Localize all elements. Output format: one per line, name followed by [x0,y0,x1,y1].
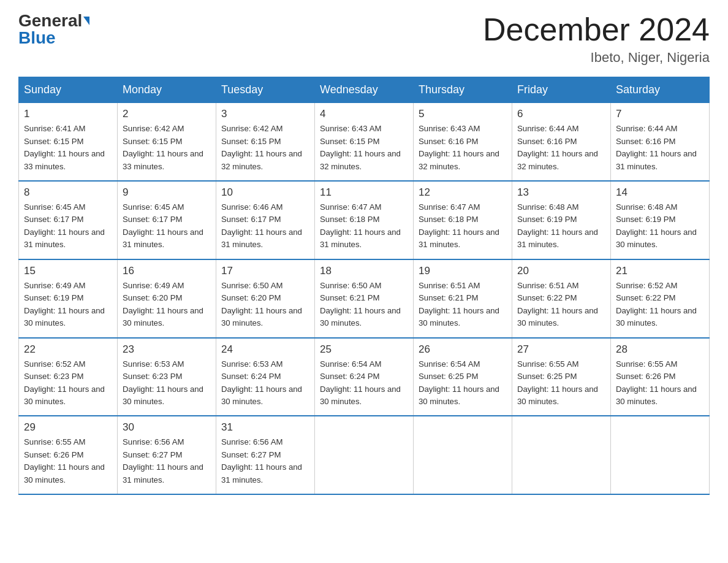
calendar-week-row: 22 Sunrise: 6:52 AM Sunset: 6:23 PM Dayl… [19,338,710,416]
day-number: 5 [419,108,507,120]
calendar-day-cell: 20 Sunrise: 6:51 AM Sunset: 6:22 PM Dayl… [512,259,611,338]
calendar-day-cell: 23 Sunrise: 6:53 AM Sunset: 6:23 PM Dayl… [118,338,216,416]
calendar-table: SundayMondayTuesdayWednesdayThursdayFrid… [18,77,710,495]
day-number: 7 [616,108,704,120]
calendar-week-row: 1 Sunrise: 6:41 AM Sunset: 6:15 PM Dayli… [19,103,710,181]
calendar-day-cell: 29 Sunrise: 6:55 AM Sunset: 6:26 PM Dayl… [19,416,118,494]
day-info: Sunrise: 6:51 AM Sunset: 6:22 PM Dayligh… [517,280,605,330]
day-info: Sunrise: 6:56 AM Sunset: 6:27 PM Dayligh… [123,436,211,486]
day-info: Sunrise: 6:42 AM Sunset: 6:15 PM Dayligh… [221,123,309,173]
day-info: Sunrise: 6:45 AM Sunset: 6:17 PM Dayligh… [24,201,112,251]
calendar-day-cell: 9 Sunrise: 6:45 AM Sunset: 6:17 PM Dayli… [118,181,216,259]
day-info: Sunrise: 6:45 AM Sunset: 6:17 PM Dayligh… [123,201,211,251]
day-number: 29 [24,421,112,434]
day-number: 11 [320,186,408,199]
calendar-day-cell: 15 Sunrise: 6:49 AM Sunset: 6:19 PM Dayl… [19,259,118,338]
day-number: 2 [123,108,211,120]
day-number: 6 [517,108,605,120]
calendar-day-header: Friday [512,77,611,103]
calendar-day-cell: 10 Sunrise: 6:46 AM Sunset: 6:17 PM Dayl… [216,181,315,259]
calendar-day-cell: 19 Sunrise: 6:51 AM Sunset: 6:21 PM Dayl… [414,259,512,338]
day-info: Sunrise: 6:47 AM Sunset: 6:18 PM Dayligh… [419,201,507,251]
calendar-day-cell: 28 Sunrise: 6:55 AM Sunset: 6:26 PM Dayl… [611,338,710,416]
day-number: 18 [320,265,408,277]
calendar-day-cell: 4 Sunrise: 6:43 AM Sunset: 6:15 PM Dayli… [315,103,414,181]
day-number: 26 [419,343,507,356]
day-number: 13 [517,186,605,199]
day-info: Sunrise: 6:52 AM Sunset: 6:23 PM Dayligh… [24,358,112,408]
calendar-day-cell: 8 Sunrise: 6:45 AM Sunset: 6:17 PM Dayli… [19,181,118,259]
calendar-day-cell: 25 Sunrise: 6:54 AM Sunset: 6:24 PM Dayl… [315,338,414,416]
calendar-header-row: SundayMondayTuesdayWednesdayThursdayFrid… [19,77,710,103]
day-number: 1 [24,108,112,120]
logo-blue: Blue [18,29,56,47]
day-info: Sunrise: 6:52 AM Sunset: 6:22 PM Dayligh… [616,280,704,330]
day-number: 24 [221,343,309,356]
day-info: Sunrise: 6:42 AM Sunset: 6:15 PM Dayligh… [123,123,211,173]
calendar-day-cell: 2 Sunrise: 6:42 AM Sunset: 6:15 PM Dayli… [118,103,216,181]
day-number: 16 [123,265,211,277]
calendar-day-cell: 7 Sunrise: 6:44 AM Sunset: 6:16 PM Dayli… [611,103,710,181]
calendar-day-cell [512,416,611,494]
calendar-day-cell [315,416,414,494]
day-info: Sunrise: 6:49 AM Sunset: 6:20 PM Dayligh… [123,280,211,330]
day-info: Sunrise: 6:47 AM Sunset: 6:18 PM Dayligh… [320,201,408,251]
month-title: December 2024 [483,12,710,47]
calendar-day-header: Wednesday [315,77,414,103]
calendar-day-header: Thursday [414,77,512,103]
day-number: 10 [221,186,309,199]
day-number: 27 [517,343,605,356]
day-info: Sunrise: 6:53 AM Sunset: 6:23 PM Dayligh… [123,358,211,408]
calendar-day-cell: 5 Sunrise: 6:43 AM Sunset: 6:16 PM Dayli… [414,103,512,181]
calendar-day-cell: 27 Sunrise: 6:55 AM Sunset: 6:25 PM Dayl… [512,338,611,416]
day-number: 12 [419,186,507,199]
calendar-day-cell: 22 Sunrise: 6:52 AM Sunset: 6:23 PM Dayl… [19,338,118,416]
day-info: Sunrise: 6:55 AM Sunset: 6:25 PM Dayligh… [517,358,605,408]
calendar-day-cell: 16 Sunrise: 6:49 AM Sunset: 6:20 PM Dayl… [118,259,216,338]
day-number: 19 [419,265,507,277]
day-info: Sunrise: 6:54 AM Sunset: 6:24 PM Dayligh… [320,358,408,408]
day-number: 22 [24,343,112,356]
day-info: Sunrise: 6:49 AM Sunset: 6:19 PM Dayligh… [24,280,112,330]
day-number: 17 [221,265,309,277]
day-info: Sunrise: 6:50 AM Sunset: 6:20 PM Dayligh… [221,280,309,330]
day-info: Sunrise: 6:48 AM Sunset: 6:19 PM Dayligh… [616,201,704,251]
calendar-day-cell: 30 Sunrise: 6:56 AM Sunset: 6:27 PM Dayl… [118,416,216,494]
day-number: 8 [24,186,112,199]
title-block: December 2024 Ibeto, Niger, Nigeria [483,12,710,66]
calendar-day-header: Saturday [611,77,710,103]
calendar-day-header: Sunday [19,77,118,103]
day-info: Sunrise: 6:53 AM Sunset: 6:24 PM Dayligh… [221,358,309,408]
day-info: Sunrise: 6:50 AM Sunset: 6:21 PM Dayligh… [320,280,408,330]
day-info: Sunrise: 6:55 AM Sunset: 6:26 PM Dayligh… [24,436,112,486]
day-info: Sunrise: 6:43 AM Sunset: 6:16 PM Dayligh… [419,123,507,173]
calendar-day-cell: 11 Sunrise: 6:47 AM Sunset: 6:18 PM Dayl… [315,181,414,259]
calendar-day-cell: 24 Sunrise: 6:53 AM Sunset: 6:24 PM Dayl… [216,338,315,416]
day-info: Sunrise: 6:51 AM Sunset: 6:21 PM Dayligh… [419,280,507,330]
calendar-day-cell: 31 Sunrise: 6:56 AM Sunset: 6:27 PM Dayl… [216,416,315,494]
day-info: Sunrise: 6:55 AM Sunset: 6:26 PM Dayligh… [616,358,704,408]
day-info: Sunrise: 6:43 AM Sunset: 6:15 PM Dayligh… [320,123,408,173]
calendar-day-cell: 6 Sunrise: 6:44 AM Sunset: 6:16 PM Dayli… [512,103,611,181]
day-number: 23 [123,343,211,356]
day-info: Sunrise: 6:48 AM Sunset: 6:19 PM Dayligh… [517,201,605,251]
day-info: Sunrise: 6:44 AM Sunset: 6:16 PM Dayligh… [517,123,605,173]
calendar-day-cell: 12 Sunrise: 6:47 AM Sunset: 6:18 PM Dayl… [414,181,512,259]
calendar-week-row: 8 Sunrise: 6:45 AM Sunset: 6:17 PM Dayli… [19,181,710,259]
calendar-day-cell: 3 Sunrise: 6:42 AM Sunset: 6:15 PM Dayli… [216,103,315,181]
day-number: 14 [616,186,704,199]
calendar-day-cell: 21 Sunrise: 6:52 AM Sunset: 6:22 PM Dayl… [611,259,710,338]
day-info: Sunrise: 6:56 AM Sunset: 6:27 PM Dayligh… [221,436,309,486]
day-number: 3 [221,108,309,120]
location-title: Ibeto, Niger, Nigeria [483,50,710,66]
day-number: 30 [123,421,211,434]
calendar-day-cell: 1 Sunrise: 6:41 AM Sunset: 6:15 PM Dayli… [19,103,118,181]
day-info: Sunrise: 6:44 AM Sunset: 6:16 PM Dayligh… [616,123,704,173]
calendar-day-cell: 18 Sunrise: 6:50 AM Sunset: 6:21 PM Dayl… [315,259,414,338]
day-info: Sunrise: 6:54 AM Sunset: 6:25 PM Dayligh… [419,358,507,408]
calendar-week-row: 29 Sunrise: 6:55 AM Sunset: 6:26 PM Dayl… [19,416,710,494]
calendar-day-cell: 14 Sunrise: 6:48 AM Sunset: 6:19 PM Dayl… [611,181,710,259]
day-number: 31 [221,421,309,434]
calendar-day-header: Monday [118,77,216,103]
day-info: Sunrise: 6:41 AM Sunset: 6:15 PM Dayligh… [24,123,112,173]
